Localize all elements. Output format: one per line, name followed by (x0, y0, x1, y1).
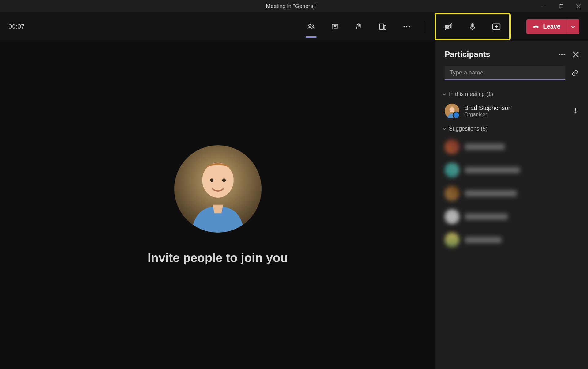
participant-search-input[interactable] (445, 66, 565, 80)
camera-off-icon (444, 22, 454, 32)
av-controls-highlight (435, 13, 511, 40)
participants-panel: Participants (435, 41, 588, 369)
svg-point-5 (312, 25, 314, 26)
svg-rect-15 (472, 23, 474, 27)
close-icon (573, 51, 579, 58)
minimize-icon (542, 4, 546, 8)
avatar-image (445, 104, 459, 118)
participant-role: Organiser (464, 112, 567, 118)
svg-point-24 (564, 54, 565, 55)
microphone-toggle-button[interactable] (466, 20, 479, 33)
meeting-timer: 00:07 (9, 23, 25, 30)
raise-hand-button[interactable] (352, 20, 366, 33)
camera-toggle-button[interactable] (442, 20, 455, 33)
svg-rect-1 (560, 5, 563, 8)
participant-mic-status (572, 108, 579, 114)
hand-icon (355, 22, 363, 31)
ellipsis-icon (402, 22, 411, 31)
more-actions-button[interactable] (400, 20, 413, 33)
chevron-down-icon (442, 127, 447, 131)
chevron-down-icon (442, 92, 447, 97)
suggestion-avatar (445, 186, 459, 201)
svg-point-20 (210, 178, 213, 182)
copy-link-button[interactable] (571, 69, 579, 77)
svg-point-4 (309, 24, 311, 26)
section-suggestions[interactable]: Suggestions (5) (435, 121, 588, 135)
suggestion-name (465, 190, 517, 196)
suggestion-row[interactable] (435, 182, 588, 205)
content-area: Invite people to join you Participants (0, 41, 588, 369)
panel-header: Participants (435, 50, 588, 66)
section-in-meeting-label: In this meeting (1) (449, 91, 493, 97)
leave-button-main[interactable]: Leave (526, 19, 566, 34)
leave-options-button[interactable] (566, 19, 579, 34)
close-button[interactable] (571, 2, 586, 11)
window-controls (537, 2, 586, 11)
suggestion-row[interactable] (435, 228, 588, 252)
svg-rect-9 (384, 25, 386, 29)
ellipsis-icon (558, 51, 566, 59)
chat-icon (331, 22, 339, 31)
share-screen-button[interactable] (490, 20, 503, 33)
maximize-button[interactable] (554, 2, 568, 11)
svg-point-23 (561, 54, 563, 55)
suggestion-avatar (445, 209, 459, 224)
participant-name: Brad Stephenson (464, 105, 567, 112)
self-avatar (174, 145, 262, 233)
hangup-icon (532, 23, 540, 31)
svg-rect-8 (380, 24, 384, 29)
suggestion-row[interactable] (435, 205, 588, 228)
chevron-down-icon (571, 24, 575, 29)
link-icon (571, 69, 579, 77)
svg-point-22 (559, 54, 560, 55)
microphone-icon (572, 108, 579, 114)
svg-rect-29 (575, 108, 576, 112)
share-tray-icon (492, 22, 501, 32)
participants-toggle-button[interactable] (304, 20, 318, 33)
minimize-button[interactable] (537, 2, 551, 11)
toolbar-center (304, 20, 413, 33)
close-icon (576, 4, 581, 8)
svg-point-12 (409, 26, 410, 27)
panel-close-button[interactable] (573, 51, 579, 58)
panel-more-button[interactable] (558, 51, 566, 59)
leave-button[interactable]: Leave (526, 19, 579, 34)
chat-toggle-button[interactable] (328, 20, 342, 33)
meeting-stage: Invite people to join you (0, 41, 435, 369)
suggestion-avatar (445, 163, 459, 177)
suggestion-avatar (445, 233, 459, 247)
invite-people-text: Invite people to join you (148, 251, 288, 265)
rooms-button[interactable] (376, 20, 390, 33)
title-bar: Meeting in "General" (0, 0, 588, 12)
meeting-toolbar: 00:07 (0, 12, 588, 41)
leave-button-label: Leave (543, 23, 560, 30)
svg-point-21 (222, 178, 225, 182)
search-row (435, 66, 588, 87)
svg-point-11 (406, 26, 408, 27)
suggestion-row[interactable] (435, 158, 588, 182)
svg-point-10 (404, 26, 405, 27)
suggestion-row[interactable] (435, 135, 588, 158)
microphone-icon (468, 22, 477, 31)
rooms-icon (379, 22, 387, 31)
avatar-image (174, 145, 262, 233)
participant-row[interactable]: Brad Stephenson Organiser (435, 101, 588, 121)
window-title: Meeting in "General" (45, 3, 537, 10)
panel-title: Participants (445, 50, 490, 59)
suggestion-name (465, 214, 508, 220)
suggestion-avatar (445, 139, 459, 154)
suggestion-name (465, 237, 502, 243)
maximize-icon (559, 4, 564, 8)
section-suggestions-label: Suggestions (5) (449, 126, 488, 132)
participant-info: Brad Stephenson Organiser (464, 105, 567, 118)
suggestion-name (465, 144, 505, 150)
section-in-meeting[interactable]: In this meeting (1) (435, 87, 588, 101)
participant-avatar (445, 104, 459, 118)
suggestion-name (465, 167, 520, 173)
toolbar-divider (424, 21, 424, 33)
people-icon (307, 22, 315, 31)
